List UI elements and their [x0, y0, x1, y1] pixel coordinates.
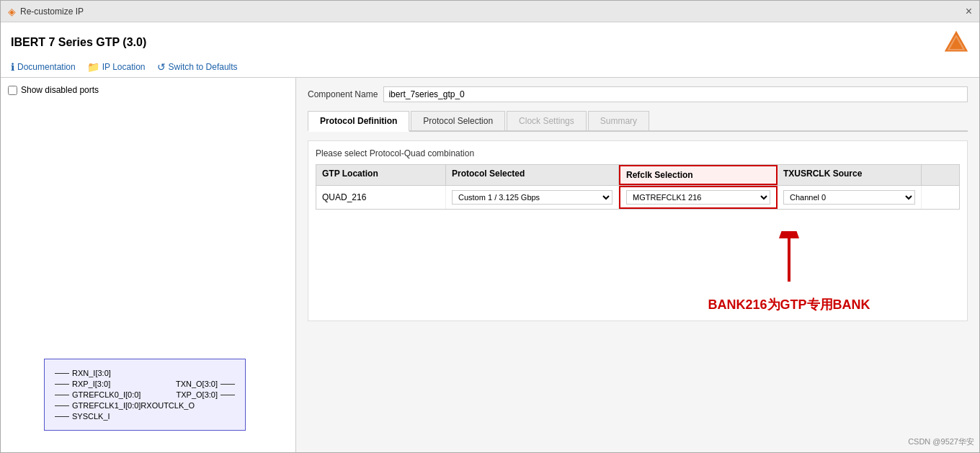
port-name-txn: TXN_O[3:0]	[176, 380, 218, 388]
cell-txusrclk-source: Channel 0	[778, 186, 922, 209]
tab-protocol-definition[interactable]: Protocol Definition	[308, 111, 409, 132]
documentation-button[interactable]: ℹ Documentation	[11, 61, 76, 73]
ip-location-button[interactable]: 📁 IP Location	[87, 61, 146, 73]
annotation: BANK216为GTP专用BANK	[618, 231, 960, 313]
watermark: CSDN @9527华安	[908, 436, 974, 447]
app-title-row: IBERT 7 Series GTP (3.0)	[11, 30, 969, 55]
port-name-rxp: RXP_I[3:0]	[72, 380, 110, 388]
close-button[interactable]: ×	[966, 6, 972, 17]
port-line-rxn	[55, 373, 69, 374]
show-disabled-row: Show disabled ports	[8, 85, 288, 95]
right-panel: Component Name Protocol Definition Proto…	[296, 78, 979, 452]
window-icon: ◈	[8, 6, 16, 17]
protocol-selected-select[interactable]: Custom 1 / 3.125 Gbps	[452, 190, 612, 205]
main-window: ◈ Re-customize IP × IBERT 7 Series GTP (…	[0, 0, 980, 453]
port-name-gtref1: GTREFCLK1_I[0:0]RXOUTCLK_O	[72, 401, 195, 410]
port-row-gtref0: GTREFCLK0_I[0:0] TXP_O[3:0]	[55, 390, 235, 399]
ip-block: RXN_I[3:0] RXP_I[3:0] TXN_O[3:0] GTREFCL…	[44, 359, 246, 431]
col-protocol-selected: Protocol Selected	[446, 165, 619, 185]
port-row-sysclk: SYSCLK_I	[55, 412, 235, 421]
port-row-rxp: RXP_I[3:0] TXN_O[3:0]	[55, 380, 235, 388]
port-name-gtref0: GTREFCLK0_I[0:0]	[72, 390, 141, 399]
component-name-input[interactable]	[383, 86, 968, 102]
port-line-txn	[220, 384, 235, 385]
title-bar-left: ◈ Re-customize IP	[8, 6, 84, 17]
cell-refclk-selection: MGTREFCLK1 216	[619, 186, 778, 209]
port-line-txp	[220, 395, 235, 395]
refclk-selection-select[interactable]: MGTREFCLK1 216	[626, 190, 770, 205]
port-line-gtref1	[55, 405, 69, 406]
cell-gtp-location: QUAD_216	[316, 186, 446, 209]
arrow-icon	[767, 231, 811, 289]
table-header: GTP Location Protocol Selected Refclk Se…	[316, 165, 959, 186]
cell-protocol-selected: Custom 1 / 3.125 Gbps	[446, 186, 619, 209]
xilinx-logo	[943, 30, 969, 55]
col-gtp-location: GTP Location	[316, 165, 446, 185]
ip-location-label: IP Location	[102, 62, 146, 72]
table-row: QUAD_216 Custom 1 / 3.125 Gbps MGTREFCLK…	[316, 186, 959, 209]
annotation-text: BANK216为GTP专用BANK	[708, 296, 870, 313]
documentation-icon: ℹ	[11, 61, 14, 73]
port-line-rxp	[55, 384, 69, 385]
title-bar: ◈ Re-customize IP ×	[1, 1, 979, 22]
left-panel: Show disabled ports RXN_I[3:0] RXP_I[3:0…	[1, 78, 296, 452]
txusrclk-source-select[interactable]: Channel 0	[783, 190, 915, 205]
port-name-sysclk: SYSCLK_I	[72, 412, 110, 421]
tab-protocol-selection[interactable]: Protocol Selection	[411, 111, 505, 130]
switch-to-defaults-button[interactable]: ↺ Switch to Defaults	[157, 61, 238, 73]
annotation-container: BANK216为GTP专用BANK	[618, 231, 960, 313]
header-section: IBERT 7 Series GTP (3.0) ℹ Documentation…	[1, 22, 979, 78]
port-name-txp: TXP_O[3:0]	[177, 390, 218, 399]
section-instruction: Please select Protocol-Quad combination	[316, 148, 960, 158]
protocol-section: Please select Protocol-Quad combination …	[308, 140, 968, 321]
port-line-gtref0	[55, 395, 69, 395]
port-name-rxn: RXN_I[3:0]	[72, 369, 111, 377]
protocol-table: GTP Location Protocol Selected Refclk Se…	[316, 164, 960, 210]
show-disabled-checkbox[interactable]	[8, 86, 17, 95]
col-txusrclk-source: TXUSRCLK Source	[778, 165, 922, 185]
switch-to-defaults-label: Switch to Defaults	[169, 62, 238, 72]
documentation-label: Documentation	[17, 62, 76, 72]
component-name-label: Component Name	[308, 89, 378, 99]
component-name-row: Component Name	[308, 86, 968, 102]
main-content: Show disabled ports RXN_I[3:0] RXP_I[3:0…	[1, 78, 979, 452]
col-refclk-selection: Refclk Selection	[619, 165, 778, 185]
tab-summary[interactable]: Summary	[588, 111, 649, 130]
port-line-sysclk	[55, 416, 69, 417]
window-title: Re-customize IP	[20, 6, 84, 17]
tab-clock-settings[interactable]: Clock Settings	[507, 111, 587, 130]
tabs: Protocol Definition Protocol Selection C…	[308, 111, 968, 132]
show-disabled-label: Show disabled ports	[21, 85, 99, 95]
location-icon: 📁	[87, 61, 99, 73]
port-row-rxn: RXN_I[3:0]	[55, 369, 235, 377]
app-title: IBERT 7 Series GTP (3.0)	[11, 36, 146, 49]
port-row-gtref1: GTREFCLK1_I[0:0]RXOUTCLK_O	[55, 401, 235, 410]
refresh-icon: ↺	[157, 61, 166, 73]
toolbar: ℹ Documentation 📁 IP Location ↺ Switch t…	[11, 61, 969, 73]
